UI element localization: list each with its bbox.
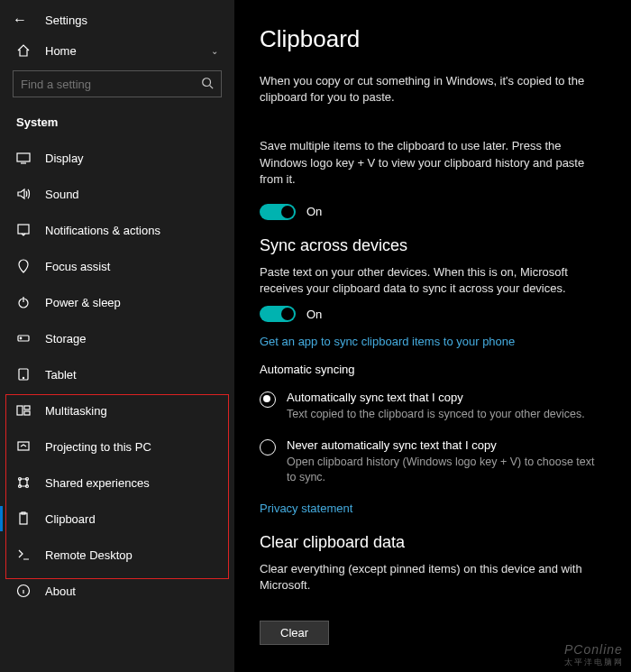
radio-never-sync[interactable]: Never automatically sync text that I cop… — [260, 433, 606, 487]
svg-rect-11 — [18, 442, 29, 450]
radio-label: Never automatically sync text that I cop… — [287, 438, 606, 452]
about-icon — [16, 584, 31, 598]
toggle-state-label: On — [306, 205, 322, 218]
sidebar-item-remote-desktop[interactable]: Remote Desktop — [0, 537, 234, 573]
radio-sub: Text copied to the clipboard is synced t… — [287, 407, 606, 422]
projecting-icon — [16, 439, 31, 454]
sidebar-item-multitasking[interactable]: Multitasking — [0, 392, 234, 428]
sidebar-item-projecting[interactable]: Projecting to this PC — [0, 428, 234, 465]
search-field[interactable] — [21, 78, 201, 91]
multitasking-icon — [16, 403, 31, 418]
clear-button[interactable]: Clear — [260, 621, 329, 645]
tablet-icon — [16, 367, 31, 382]
sync-header: Sync across devices — [260, 236, 606, 255]
sidebar-item-storage[interactable]: Storage — [0, 320, 234, 356]
nav-list: Display Sound Notifications & actions Fo… — [0, 136, 234, 609]
back-arrow-icon[interactable]: ← — [13, 13, 29, 27]
svg-rect-2 — [18, 225, 29, 234]
home-label: Home — [45, 44, 77, 58]
sidebar-item-clipboard[interactable]: Clipboard — [0, 501, 234, 537]
category-label: System — [0, 103, 234, 136]
sidebar-item-focus-assist[interactable]: Focus assist — [0, 248, 234, 284]
svg-point-5 — [20, 337, 22, 339]
chevron-down-icon: ⌄ — [211, 46, 218, 56]
radio-icon — [260, 391, 276, 408]
focus-assist-icon — [16, 259, 31, 273]
clipboard-history-toggle[interactable] — [260, 204, 296, 220]
clear-desc: Clear everything (except pinned items) o… — [260, 561, 606, 594]
privacy-link[interactable]: Privacy statement — [260, 502, 606, 515]
nav-label: Multitasking — [45, 404, 107, 418]
nav-label: Remote Desktop — [45, 548, 133, 562]
clear-header: Clear clipboard data — [260, 533, 606, 552]
toggle-state-label: On — [306, 308, 322, 321]
svg-rect-9 — [24, 406, 30, 410]
svg-point-7 — [23, 377, 23, 378]
sync-toggle[interactable] — [260, 306, 296, 322]
radio-sub: Open clipboard history (Windows logo key… — [287, 455, 606, 485]
notifications-icon — [16, 223, 31, 237]
display-icon — [16, 151, 31, 165]
nav-label: Shared experiences — [45, 476, 150, 490]
sidebar-item-sound[interactable]: Sound — [0, 176, 234, 212]
clipboard-icon — [16, 511, 31, 526]
nav-label: Focus assist — [45, 260, 110, 273]
settings-title: Settings — [45, 14, 87, 27]
remote-desktop-icon — [16, 548, 31, 562]
nav-label: Sound — [45, 188, 79, 201]
home-icon — [16, 43, 31, 58]
radio-auto-sync[interactable]: Automatically sync text that I copy Text… — [260, 385, 606, 424]
shared-icon — [16, 475, 31, 490]
page-title: Clipboard — [260, 25, 606, 53]
sidebar-item-power[interactable]: Power & sleep — [0, 284, 234, 320]
power-icon — [16, 295, 31, 309]
intro-text: When you copy or cut something in Window… — [260, 73, 606, 106]
sidebar-item-about[interactable]: About — [0, 573, 234, 609]
nav-label: Clipboard — [45, 512, 96, 526]
nav-label: About — [45, 585, 76, 598]
nav-label: Tablet — [45, 368, 77, 382]
history-desc: Save multiple items to the clipboard to … — [260, 138, 606, 188]
search-input[interactable] — [13, 70, 222, 97]
radio-label: Automatically sync text that I copy — [287, 391, 606, 404]
search-icon — [201, 77, 214, 92]
nav-label: Storage — [45, 332, 87, 345]
sidebar-item-display[interactable]: Display — [0, 140, 234, 176]
auto-sync-group-label: Automatic syncing — [260, 363, 606, 376]
sync-app-link[interactable]: Get an app to sync clipboard items to yo… — [260, 335, 606, 348]
svg-point-0 — [203, 78, 211, 86]
nav-label: Display — [45, 152, 84, 165]
svg-rect-8 — [17, 406, 23, 415]
home-nav[interactable]: Home ⌄ — [0, 32, 234, 65]
sidebar-item-tablet[interactable]: Tablet — [0, 356, 234, 392]
svg-rect-16 — [20, 513, 27, 524]
svg-rect-1 — [17, 153, 30, 161]
sync-desc: Paste text on your other devices. When t… — [260, 264, 606, 297]
nav-label: Power & sleep — [45, 296, 121, 309]
sound-icon — [16, 187, 31, 201]
sidebar: ← Settings Home ⌄ System Display Sound N… — [0, 0, 234, 672]
main-content: Clipboard When you copy or cut something… — [234, 0, 631, 672]
sidebar-item-shared-experiences[interactable]: Shared experiences — [0, 465, 234, 501]
nav-label: Projecting to this PC — [45, 440, 151, 454]
storage-icon — [16, 331, 31, 345]
radio-icon — [260, 439, 276, 456]
sidebar-item-notifications[interactable]: Notifications & actions — [0, 212, 234, 248]
svg-rect-10 — [24, 411, 30, 415]
nav-label: Notifications & actions — [45, 224, 160, 237]
